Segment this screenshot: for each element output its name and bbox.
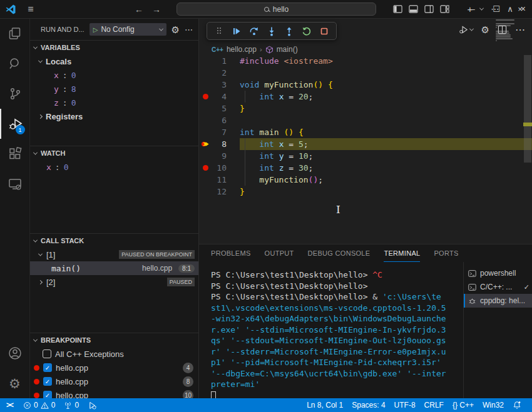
stop-icon[interactable] — [317, 24, 331, 38]
code-line[interactable]: 7int main () { — [199, 126, 532, 138]
code-line[interactable]: 10 int z = 30; — [199, 162, 532, 174]
tab-problems[interactable]: PROBLEMS — [211, 244, 251, 262]
debug-status-icon[interactable] — [83, 398, 101, 412]
split-editor-icon[interactable] — [498, 25, 507, 34]
problems-status[interactable]: 0 0 — [19, 398, 59, 412]
start-debug-play-icon[interactable]: ▷ — [93, 26, 98, 33]
code-area[interactable]: 1#include <iostream>23void myFunction() … — [199, 55, 532, 244]
platform-status[interactable]: Win32 — [478, 398, 508, 412]
breakpoint-dot-icon[interactable] — [203, 165, 208, 171]
continue-icon[interactable] — [230, 24, 243, 38]
breakpoint-row[interactable]: ✓hello.cpp8 — [30, 374, 198, 388]
language-mode-status[interactable]: {} C++ — [448, 398, 478, 412]
registers-group[interactable]: Registers — [30, 109, 198, 123]
tab-debug-console[interactable]: DEBUG CONSOLE — [308, 244, 371, 262]
terminal-output[interactable]: PS C:\Users\test1\Desktop\hello> ^CPS C:… — [199, 262, 463, 398]
variable-row[interactable]: z: 0 — [30, 96, 198, 109]
terminal-dropdown-icon[interactable] — [479, 6, 484, 10]
code-line[interactable]: 12} — [199, 186, 532, 198]
breakpoint-row[interactable]: ✓hello.cpp10 — [30, 388, 198, 398]
notifications-bell-icon[interactable] — [508, 398, 526, 412]
nav-back-icon[interactable]: ← — [135, 4, 143, 14]
callstack-thread-row[interactable]: [1]PAUSED ON BREAKPOINT — [30, 248, 198, 261]
code-line[interactable]: 6 — [199, 114, 532, 126]
search-view-icon[interactable] — [0, 49, 30, 79]
step-over-icon[interactable] — [247, 24, 261, 38]
encoding-status[interactable]: UTF-8 — [390, 398, 420, 412]
breakpoint-dot-icon[interactable] — [203, 94, 208, 99]
watch-row[interactable]: x: 0 — [30, 160, 198, 174]
terminal-line: PS C:\Users\test1\Desktop\hello> ^C — [211, 269, 463, 281]
code-line[interactable]: 3void myFunction() { — [199, 79, 532, 91]
step-out-icon[interactable] — [282, 24, 296, 38]
panel-more-icon[interactable]: ⋯ — [491, 4, 499, 14]
editor-gear-icon[interactable]: ⚙ — [481, 25, 489, 34]
cursor-position-status[interactable]: Ln 8, Col 1 — [302, 398, 347, 412]
terminal-list-item[interactable]: powershell — [464, 266, 532, 280]
exceptions-checkbox[interactable] — [43, 349, 51, 358]
indentation-status[interactable]: Spaces: 4 — [347, 398, 389, 412]
tab-terminal[interactable]: TERMINAL — [384, 244, 420, 262]
account-icon[interactable] — [0, 338, 30, 368]
toggle-panel-icon[interactable] — [409, 4, 418, 14]
sidebar-more-icon[interactable]: ⋯ — [185, 25, 193, 34]
callstack-thread-row[interactable]: [2]PAUSED — [30, 275, 198, 289]
tab-ports[interactable]: PORTS — [434, 244, 458, 262]
code-line[interactable]: 1#include <iostream> — [199, 55, 532, 67]
code-line[interactable]: 11 myFunction(); — [199, 174, 532, 186]
explorer-icon[interactable] — [0, 19, 30, 49]
ports-status[interactable]: 0 — [59, 398, 83, 412]
breakpoint-checkbox[interactable]: ✓ — [43, 363, 52, 372]
code-line[interactable]: 9 int y = 10; — [199, 150, 532, 162]
customize-layout-icon[interactable] — [440, 4, 449, 14]
settings-gear-icon[interactable]: ⚙ — [0, 368, 30, 398]
locals-group[interactable]: Locals — [30, 54, 198, 68]
warning-count: 0 — [51, 401, 56, 409]
debug-settings-gear-icon[interactable]: ⚙ — [171, 25, 180, 34]
eol-status[interactable]: CRLF — [420, 398, 448, 412]
code-line[interactable]: 2 — [199, 67, 532, 79]
watch-header[interactable]: WATCH — [30, 146, 198, 160]
status-bar: >< 0 0 0 Ln 8, Col 1Spaces: 4UTF-8CRLF{}… — [0, 398, 532, 412]
restart-icon[interactable] — [300, 24, 314, 38]
new-terminal-icon[interactable]: + — [468, 4, 473, 14]
variables-header[interactable]: VARIABLES — [30, 41, 198, 54]
code-line[interactable]: 4 int x = 20; — [199, 91, 532, 103]
exceptions-row[interactable]: All C++ Exceptions — [30, 347, 198, 361]
run-and-debug-icon[interactable]: 1 — [0, 109, 30, 139]
toggle-secondary-sidebar-icon[interactable] — [424, 4, 434, 14]
menu-hamburger-icon[interactable]: ≡ — [21, 4, 40, 15]
editor-more-icon[interactable]: ⋯ — [515, 24, 526, 36]
breadcrumb-symbol[interactable]: main() — [277, 45, 298, 54]
variable-row[interactable]: x: 0 — [30, 68, 198, 82]
toggle-sidebar-icon[interactable] — [393, 4, 402, 14]
remote-indicator[interactable]: >< — [0, 398, 19, 412]
code-line[interactable]: 5} — [199, 103, 532, 114]
command-search-box[interactable]: hello — [176, 3, 376, 16]
breadcrumb-file[interactable]: hello.cpp — [227, 45, 257, 54]
debug-config-dropdown[interactable]: ▷ No Config — [90, 23, 166, 36]
breadcrumb[interactable]: C++ hello.cpp › main() — [212, 44, 298, 55]
close-panel-icon[interactable]: × — [521, 4, 526, 14]
remote-explorer-icon[interactable] — [0, 169, 30, 199]
breakpoint-row[interactable]: ✓hello.cpp4 — [30, 361, 198, 374]
variable-row[interactable]: y: 8 — [30, 82, 198, 96]
terminal-list-item[interactable]: C/C++: ...✓ — [464, 280, 532, 294]
extensions-icon[interactable] — [0, 139, 30, 169]
breakpoints-header[interactable]: BREAKPOINTS — [30, 333, 198, 347]
toolbar-drag-handle[interactable] — [212, 24, 226, 38]
breakpoint-checkbox[interactable]: ✓ — [43, 377, 52, 386]
code-line[interactable]: 8 int x = 5; — [199, 138, 532, 150]
terminal-list-item[interactable]: cppdbg: hel... — [464, 294, 532, 308]
editor-scrollbar[interactable] — [523, 55, 532, 244]
source-control-icon[interactable] — [0, 79, 30, 109]
step-into-icon[interactable] — [265, 24, 279, 38]
nav-forward-icon[interactable]: → — [152, 4, 161, 14]
tab-output[interactable]: OUTPUT — [265, 244, 294, 262]
maximize-panel-icon[interactable]: ∧ — [507, 4, 513, 14]
line-number: 11 — [212, 175, 227, 184]
callstack-frame-row[interactable]: main()hello.cpp8:1 — [30, 261, 198, 275]
breakpoint-checkbox[interactable]: ✓ — [43, 391, 52, 398]
run-or-debug-icon[interactable] — [458, 24, 473, 35]
callstack-header[interactable]: CALL STACK — [30, 234, 198, 248]
